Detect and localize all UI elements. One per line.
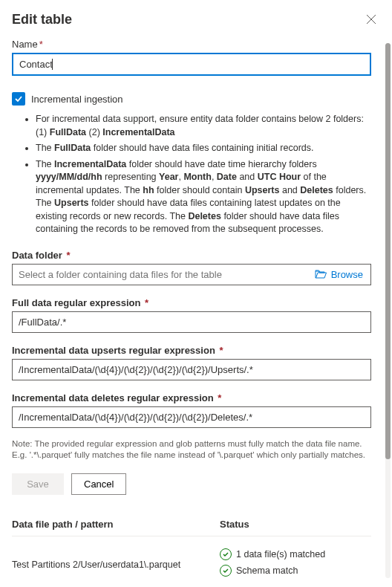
- info-bullet-2: The FullData folder should have data fil…: [36, 142, 371, 155]
- check-circle-icon: [220, 565, 232, 577]
- status-schema: Schema match: [220, 565, 371, 577]
- edit-table-panel: Edit table Name* Contact Incremental ing…: [0, 0, 392, 587]
- incremental-checkbox-row: Incremental ingestion: [12, 92, 371, 106]
- required-indicator: *: [142, 297, 148, 308]
- full-regex-field: Full data regular expression *: [12, 297, 371, 333]
- incremental-checkbox-label: Incremental ingestion: [31, 94, 123, 105]
- required-indicator: *: [215, 392, 222, 403]
- status-matched-text: 1 data file(s) matched: [236, 549, 325, 560]
- deletes-regex-input[interactable]: [12, 406, 371, 428]
- name-field: Name* Contact: [12, 39, 371, 76]
- name-label-text: Name: [12, 39, 38, 50]
- browse-button[interactable]: Browse: [307, 265, 370, 285]
- save-button: Save: [12, 473, 64, 495]
- required-indicator: *: [217, 345, 223, 356]
- deletes-regex-field: Incremental data deletes regular express…: [12, 392, 371, 428]
- name-input[interactable]: Contact: [12, 53, 371, 76]
- file-status-cell: 1 data file(s) matched Schema match: [220, 548, 371, 581]
- panel-body: Name* Contact Incremental ingestion For …: [0, 39, 383, 587]
- deletes-regex-label: Incremental data deletes regular express…: [12, 392, 371, 403]
- full-regex-label: Full data regular expression *: [12, 297, 371, 308]
- data-folder-label: Data folder *: [12, 250, 371, 261]
- panel-header: Edit table: [0, 0, 392, 33]
- required-indicator: *: [39, 39, 43, 50]
- file-table-header: Data file path / pattern Status: [12, 513, 371, 536]
- data-folder-input[interactable]: [13, 265, 307, 285]
- status-matched: 1 data file(s) matched: [220, 548, 371, 560]
- close-button[interactable]: [362, 10, 380, 28]
- table-header-path: Data file path / pattern: [12, 519, 220, 530]
- data-folder-field: Data folder * Browse: [12, 250, 371, 285]
- data-folder-row: Browse: [12, 264, 371, 285]
- name-input-value: Contact: [19, 59, 53, 70]
- upserts-regex-label: Incremental data upserts regular express…: [12, 345, 371, 356]
- browse-label: Browse: [331, 269, 363, 280]
- close-icon: [366, 14, 376, 25]
- status-schema-text: Schema match: [236, 565, 298, 576]
- upserts-regex-input[interactable]: [12, 359, 371, 380]
- regex-note: Note: The provided regular expression an…: [12, 438, 371, 461]
- required-indicator: *: [64, 250, 71, 261]
- table-header-status: Status: [220, 519, 371, 530]
- folder-open-icon: [315, 269, 327, 279]
- check-circle-icon: [220, 548, 232, 560]
- full-regex-input[interactable]: [12, 311, 371, 333]
- checkmark-icon: [14, 94, 23, 103]
- action-buttons: Save Cancel: [12, 473, 371, 495]
- cancel-button[interactable]: Cancel: [71, 473, 126, 495]
- file-path-cell: Test Partitions 2/User/userdata1\.parque…: [12, 560, 220, 570]
- info-bullet-3: The IncrementalData folder should have d…: [36, 158, 371, 236]
- incremental-checkbox[interactable]: [12, 92, 25, 106]
- name-label: Name*: [12, 39, 371, 50]
- upserts-regex-field: Incremental data upserts regular express…: [12, 345, 371, 380]
- text-caret: [52, 59, 53, 70]
- panel-title: Edit table: [12, 12, 72, 27]
- scrollbar-track[interactable]: [385, 43, 391, 578]
- table-row: Test Partitions 2/User/userdata1\.parque…: [12, 536, 371, 581]
- info-bullet-1: For incremental data support, ensure ent…: [36, 113, 371, 139]
- scrollbar-thumb[interactable]: [385, 43, 391, 459]
- incremental-info-list: For incremental data support, ensure ent…: [12, 113, 371, 236]
